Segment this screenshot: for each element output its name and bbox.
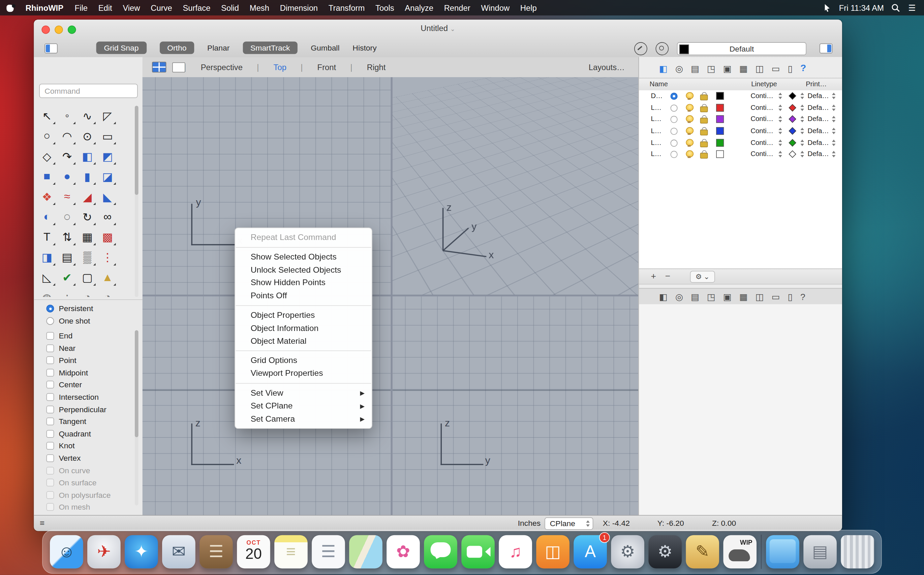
solid-edit-tool[interactable]: ◨ — [37, 247, 57, 267]
osnap-option[interactable]: Point — [34, 354, 134, 367]
context-menu-item[interactable]: Object Material — [235, 335, 372, 348]
extrude-tool[interactable]: ▲ — [97, 267, 117, 288]
cage-tool[interactable]: ▢ — [77, 267, 97, 288]
layer-row[interactable]: L… Conti… Defa… — [639, 102, 842, 114]
menu-item[interactable]: Tools — [370, 3, 399, 12]
materials-icon[interactable]: ◳ — [707, 64, 715, 73]
plugin-tool[interactable]: ❖ — [37, 186, 57, 206]
pointer-status-icon[interactable] — [823, 3, 831, 12]
menu-item[interactable]: Edit — [93, 3, 117, 12]
layer-visibility-bulb-icon[interactable] — [686, 92, 692, 100]
mode-toggle-button[interactable]: Gumball — [311, 43, 339, 52]
layer-lock-icon[interactable] — [700, 129, 708, 135]
render-icon[interactable]: ▣ — [723, 64, 732, 73]
pages-icon[interactable]: ◫ — [756, 292, 764, 301]
dock-archive[interactable]: ▤ — [803, 535, 837, 569]
layer-visibility-bulb-icon[interactable] — [686, 104, 692, 111]
help-icon[interactable]: ? — [800, 64, 806, 73]
background-color-swatch[interactable] — [680, 44, 689, 54]
layer-options-menu[interactable]: ⚙⌄ — [690, 271, 715, 283]
checkbox[interactable] — [46, 369, 54, 376]
layers-icon[interactable]: ◧ — [659, 64, 668, 73]
layer-visibility-bulb-icon[interactable] — [686, 116, 692, 123]
layer-color-swatch[interactable] — [716, 116, 724, 123]
layer-linetype[interactable]: Conti… — [751, 151, 773, 158]
current-layer-radio[interactable] — [671, 128, 678, 135]
box-tool[interactable]: ■ — [37, 166, 57, 186]
checkbox[interactable] — [46, 491, 54, 499]
layout-icon[interactable]: ▭ — [772, 64, 780, 73]
project-tool[interactable]: ◣ — [97, 186, 117, 206]
print-stepper[interactable] — [831, 127, 837, 135]
uvn-move-tool[interactable]: ⇅ — [57, 227, 77, 247]
material-stepper[interactable] — [800, 104, 805, 111]
layouts-button[interactable]: Layouts… — [589, 63, 639, 71]
dock-notes[interactable]: ≡ — [274, 535, 308, 569]
menu-item[interactable]: Window — [476, 3, 515, 12]
context-menu-item[interactable]: Grid Options — [235, 354, 372, 367]
viewport-right[interactable]: z y — [392, 296, 639, 515]
mode-toggle-button[interactable]: Planar — [207, 43, 230, 52]
context-menu-item[interactable]: Set Camera ▶ — [235, 413, 372, 425]
arc-tool[interactable]: ◠ — [57, 126, 77, 146]
layer-linetype[interactable]: Conti… — [751, 139, 773, 146]
print-stepper[interactable] — [831, 104, 837, 111]
checkbox[interactable] — [46, 393, 54, 401]
osnap-option[interactable]: On curve — [34, 465, 134, 477]
checkbox[interactable] — [46, 442, 54, 450]
material-stepper[interactable] — [800, 127, 805, 135]
osnap-option[interactable]: Quadrant — [34, 428, 134, 440]
menu-item[interactable]: Curve — [145, 3, 177, 12]
osnap-option[interactable]: Intersection — [34, 391, 134, 403]
context-menu-item[interactable]: Show Selected Objects — [235, 251, 372, 263]
array-tool[interactable]: ▩ — [97, 227, 117, 247]
context-menu-item[interactable]: Show Hidden Points — [235, 276, 372, 289]
current-layer-radio[interactable] — [671, 140, 678, 147]
materials-icon[interactable]: ◳ — [707, 292, 715, 301]
viewport-tab[interactable]: Right — [351, 63, 401, 71]
layer-name[interactable]: L… — [651, 104, 662, 111]
points-onoff-tool[interactable]: ◌ — [57, 206, 77, 227]
osnap-option[interactable]: End — [34, 330, 134, 342]
layer-print-color[interactable]: Defa… — [808, 151, 829, 158]
material-diamond-icon[interactable] — [789, 116, 796, 123]
context-menu-item[interactable]: Object Information — [235, 322, 372, 335]
print-stepper[interactable] — [831, 92, 837, 100]
menu-item[interactable]: Dimension — [275, 3, 323, 12]
dock-facetime[interactable] — [461, 535, 495, 569]
layer-lock-icon[interactable] — [700, 141, 708, 147]
material-diamond-icon[interactable] — [789, 151, 796, 158]
layer-print-color[interactable]: Defa… — [808, 92, 829, 99]
rectangle-tool[interactable]: ▭ — [97, 126, 117, 146]
distribute-tool[interactable]: ⋮ — [97, 247, 117, 267]
dock-photos[interactable]: ✿ — [386, 535, 420, 569]
menu-item[interactable]: Analyze — [399, 3, 438, 12]
more-tool-1[interactable]: ◍ — [37, 288, 57, 297]
apple-menu-icon[interactable] — [6, 3, 15, 13]
add-layer-button[interactable]: + — [651, 271, 656, 281]
dock-rhino-wip[interactable]: WIP — [723, 535, 757, 569]
checkbox[interactable] — [46, 454, 54, 462]
checkbox[interactable] — [46, 357, 54, 364]
more-tool-4[interactable]: ◑ — [97, 288, 117, 297]
dock-safari[interactable]: ✦ — [125, 535, 158, 569]
osnap-option[interactable]: On mesh — [34, 502, 134, 514]
more-tool-2[interactable]: ∴ — [57, 288, 77, 297]
title-chevron-icon[interactable]: ⌄ — [450, 25, 455, 32]
layout-icon[interactable]: ▭ — [772, 292, 780, 301]
checkbox[interactable] — [46, 430, 54, 437]
checkbox[interactable] — [46, 381, 54, 389]
more-tool-3[interactable]: ◔ — [77, 288, 97, 297]
dock-music[interactable]: ♫ — [499, 535, 532, 569]
layer-row[interactable]: L… Conti… Defa… — [639, 114, 842, 125]
circle-tool[interactable]: ○ — [37, 126, 57, 146]
context-menu-item[interactable] — [236, 247, 372, 248]
layer-print-color[interactable]: Defa… — [808, 104, 829, 111]
checkbox[interactable] — [46, 503, 54, 511]
layer-linetype[interactable]: Conti… — [751, 127, 773, 134]
four-viewport-icon[interactable] — [152, 62, 166, 73]
layer-visibility-bulb-icon[interactable] — [686, 127, 692, 135]
ellipse-tool[interactable]: ⊙ — [77, 126, 97, 146]
osnap-option[interactable]: Tangent — [34, 416, 134, 428]
material-stepper[interactable] — [800, 116, 805, 123]
